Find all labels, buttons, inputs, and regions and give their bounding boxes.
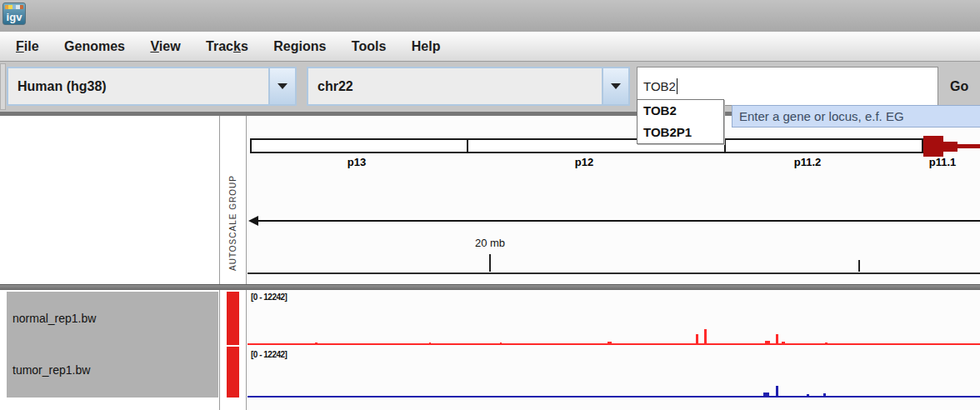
track-range-label: [0 - 12242]: [251, 350, 287, 359]
igv-window: igv File Genomes View Tracks Regions Too…: [0, 0, 980, 410]
genome-select-arrow-button[interactable]: [268, 68, 295, 104]
ruler-tick: [489, 254, 491, 272]
chromosome-select-value: chr22: [308, 68, 602, 104]
igv-app-icon: igv: [2, 2, 26, 25]
track-name-normal[interactable]: normal_rep1.bw: [12, 312, 96, 325]
signal-peak: [776, 334, 778, 344]
panel-divider[interactable]: [0, 284, 980, 290]
text-cursor: [677, 78, 678, 94]
search-tooltip: Enter a gene or locus, e.f. EG: [732, 105, 980, 128]
band-label-p12: p12: [551, 156, 618, 168]
signal-peak: [500, 342, 502, 344]
track-name-tumor[interactable]: tumor_rep1.bw: [12, 363, 90, 377]
signal-peak: [782, 342, 785, 344]
menu-tracks[interactable]: Tracks: [195, 32, 259, 61]
autocomplete-item-tob2p1[interactable]: TOB2P1: [638, 122, 723, 143]
centromere-shape: [943, 142, 958, 152]
menu-file[interactable]: File: [5, 32, 50, 61]
data-panel: p13 p12 p11.2 p11.1 20 mb [0 - 12242] [0…: [248, 116, 980, 410]
menu-bar: File Genomes View Tracks Regions Tools H…: [0, 32, 980, 62]
menu-genomes[interactable]: Genomes: [53, 32, 136, 61]
igv-icon-label: igv: [3, 11, 25, 23]
ruler-tick-label: 20 mb: [457, 237, 523, 249]
track-signal-baseline: [248, 396, 980, 398]
signal-peak: [765, 341, 770, 344]
signal-peak: [429, 342, 431, 344]
attribute-color-bar-normal[interactable]: [227, 292, 239, 345]
band-label-p13: p13: [323, 156, 390, 168]
signal-peak: [608, 342, 612, 344]
autoscale-group-label: AUTOSCALE GROUP: [220, 164, 246, 282]
attribute-color-bar-tumor[interactable]: [227, 347, 239, 398]
left-arrow-icon: [248, 216, 258, 226]
signal-peak: [807, 394, 809, 397]
menu-help[interactable]: Help: [401, 32, 452, 61]
menu-regions[interactable]: Regions: [262, 32, 337, 61]
autocomplete-item-tob2[interactable]: TOB2: [638, 100, 723, 122]
chromosome-ideogram[interactable]: [250, 138, 923, 153]
signal-peak: [696, 334, 698, 344]
centromere-shape: [958, 144, 980, 148]
band-label-p11-2: p11.2: [774, 156, 841, 168]
signal-peak: [704, 329, 707, 344]
chromosome-select[interactable]: chr22: [307, 67, 630, 106]
band-separator: [467, 140, 468, 152]
signal-peak: [763, 392, 769, 397]
band-label-p11-1: p11.1: [909, 156, 976, 168]
signal-peak: [823, 393, 826, 397]
signal-peak: [315, 342, 318, 344]
track-range-label: [0 - 12242]: [251, 292, 287, 302]
search-autocomplete-popup: TOB2 TOB2P1: [637, 99, 724, 144]
toolbar-grip: [0, 63, 6, 110]
centromere-shape: [923, 136, 943, 157]
igv-icon-stripe: [5, 5, 23, 9]
signal-peak: [825, 342, 828, 344]
gene-extent-line: [250, 220, 980, 222]
ruler-baseline: [248, 272, 980, 274]
menu-tools[interactable]: Tools: [341, 32, 397, 61]
signal-peak: [776, 386, 778, 397]
go-button[interactable]: Go: [945, 67, 973, 106]
main-panel: AUTOSCALE GROUP p13 p12 p11.2 p11.1 20 m…: [0, 116, 980, 410]
locus-search-text: TOB2: [643, 79, 676, 93]
title-bar: igv: [0, 0, 980, 32]
ruler-tick: [858, 260, 860, 272]
track-signal-baseline: [248, 343, 980, 345]
track-name-panel: normal_rep1.bw tumor_rep1.bw: [7, 292, 218, 398]
band-separator: [724, 140, 726, 152]
chevron-down-icon: [278, 83, 288, 89]
chevron-down-icon: [611, 83, 621, 89]
genome-select-value: Human (hg38): [8, 68, 268, 104]
genome-select[interactable]: Human (hg38): [7, 67, 297, 106]
menu-view[interactable]: View: [139, 32, 191, 61]
chromosome-select-arrow-button[interactable]: [602, 68, 628, 104]
